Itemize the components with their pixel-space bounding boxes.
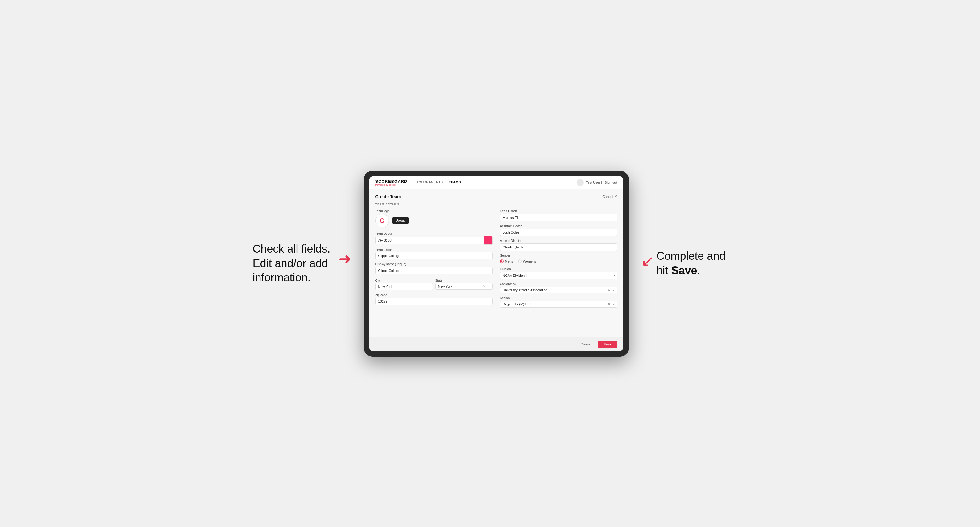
state-label: State [435,279,442,282]
region-group: Region Region II - (M) DIII ✕ ⌄ [500,297,617,308]
logo-circle: C [375,214,389,227]
nav-bar: SCOREBOARD Powered by clippd TOURNAMENTS… [369,176,623,189]
gender-radio-group: Mens Womens [500,258,617,264]
display-name-group: Display name (unique) [375,263,493,274]
display-name-label: Display name (unique) [375,263,493,266]
city-group: City [375,277,433,290]
team-logo-label: Team logo [375,210,493,213]
team-colour-label: Team colour [375,232,493,235]
annotation-right: Complete and hit Save. [657,249,727,278]
city-state-cols: City State New York ✕ ⌄ [375,277,493,290]
conference-value: University Athletic Association [503,288,548,292]
page-header: Create Team Cancel ✕ [375,194,617,199]
athletic-director-group: Athletic Director [500,239,617,251]
conference-label: Conference [500,282,617,286]
conference-select[interactable]: University Athletic Association ✕ ⌄ [500,287,617,294]
zip-label: Zip code [375,294,493,297]
state-group: State New York ✕ ⌄ [435,277,493,290]
team-colour-input[interactable] [375,237,484,244]
form-grid: Team logo C Upload Team colour [375,210,617,308]
region-select[interactable]: Region II - (M) DIII ✕ ⌄ [500,301,617,308]
state-value: New York [438,284,452,288]
cancel-button[interactable]: Cancel [577,341,595,348]
nav-links: TOURNAMENTS TEAMS [417,176,576,188]
logo-main: SCOREBOARD [375,179,407,184]
assistant-coach-input[interactable] [500,229,617,236]
head-coach-label: Head Coach [500,210,617,213]
division-label: Division [500,268,617,271]
head-coach-group: Head Coach [500,210,617,221]
zip-input[interactable] [375,298,493,305]
conference-chevron-icon: ⌄ [612,288,614,292]
section-label: TEAM DETAILS [375,203,617,206]
close-icon: ✕ [614,194,617,198]
region-chevron-icon: ⌄ [612,302,614,306]
user-label: Test User | [586,181,602,184]
city-label: City [375,279,381,282]
team-logo-group: Team logo C Upload [375,210,493,229]
assistant-coach-group: Assistant Coach [500,224,617,236]
head-coach-input[interactable] [500,214,617,221]
arrow-down-icon: ↙ [641,253,654,269]
arrow-right-icon: ➜ [339,251,352,267]
upload-button[interactable]: Upload [392,217,409,224]
athletic-director-input[interactable] [500,243,617,251]
assistant-coach-label: Assistant Coach [500,224,617,228]
display-name-input[interactable] [375,267,493,274]
gender-group: Gender Mens Womens [500,254,617,264]
nav-logo: SCOREBOARD Powered by clippd [375,179,407,186]
conference-select-controls: ✕ ⌄ [608,288,614,292]
state-select[interactable]: New York ✕ ⌄ [435,283,493,290]
form-left-col: Team logo C Upload Team colour [375,210,493,308]
cancel-header-button[interactable]: Cancel ✕ [602,194,617,198]
color-field-wrapper [375,236,493,245]
page-title: Create Team [375,194,401,199]
nav-avatar [577,179,584,186]
team-colour-group: Team colour [375,232,493,245]
region-label: Region [500,297,617,300]
gender-womens-radio[interactable] [518,259,522,263]
team-name-group: Team name [375,248,493,259]
form-footer: Cancel Save [369,337,623,351]
logo-area: C Upload [375,214,493,227]
region-value: Region II - (M) DIII [503,302,531,306]
tablet-frame: SCOREBOARD Powered by clippd TOURNAMENTS… [364,171,629,357]
state-clear-icon[interactable]: ✕ [483,284,485,288]
region-clear-icon[interactable]: ✕ [608,302,610,306]
logo-sub: Powered by clippd [375,184,407,186]
nav-teams[interactable]: TEAMS [449,176,461,188]
signout-link[interactable]: Sign out [605,181,617,184]
city-state-group: City State New York ✕ ⌄ [375,277,493,290]
state-select-controls: ✕ ⌄ [483,284,490,288]
conference-group: Conference University Athletic Associati… [500,282,617,294]
team-name-input[interactable] [375,252,493,259]
content-area: Create Team Cancel ✕ TEAM DETAILS Team l… [369,189,623,337]
gender-mens-option[interactable]: Mens [500,259,513,263]
city-input[interactable] [375,283,433,290]
nav-user: Test User | Sign out [577,179,617,186]
region-select-controls: ✕ ⌄ [608,302,614,306]
conference-clear-icon[interactable]: ✕ [608,288,610,292]
nav-tournaments[interactable]: TOURNAMENTS [417,176,443,188]
division-select-wrapper: NCAA Division III ▾ [500,272,617,279]
gender-womens-option[interactable]: Womens [518,259,536,263]
page-wrapper: Check all fields. Edit and/or add inform… [12,171,968,357]
team-name-label: Team name [375,248,493,251]
form-right-col: Head Coach Assistant Coach Athletic Dire… [500,210,617,308]
save-button[interactable]: Save [598,341,617,348]
state-chevron-icon: ⌄ [487,284,490,288]
color-swatch[interactable] [484,236,493,245]
gender-mens-radio[interactable] [500,259,504,263]
division-select[interactable]: NCAA Division III [500,272,617,279]
annotation-left: Check all fields. Edit and/or add inform… [253,242,336,285]
zip-group: Zip code [375,294,493,305]
division-group: Division NCAA Division III ▾ [500,268,617,279]
athletic-director-label: Athletic Director [500,239,617,243]
gender-label: Gender [500,254,617,257]
tablet-screen: SCOREBOARD Powered by clippd TOURNAMENTS… [369,176,623,351]
